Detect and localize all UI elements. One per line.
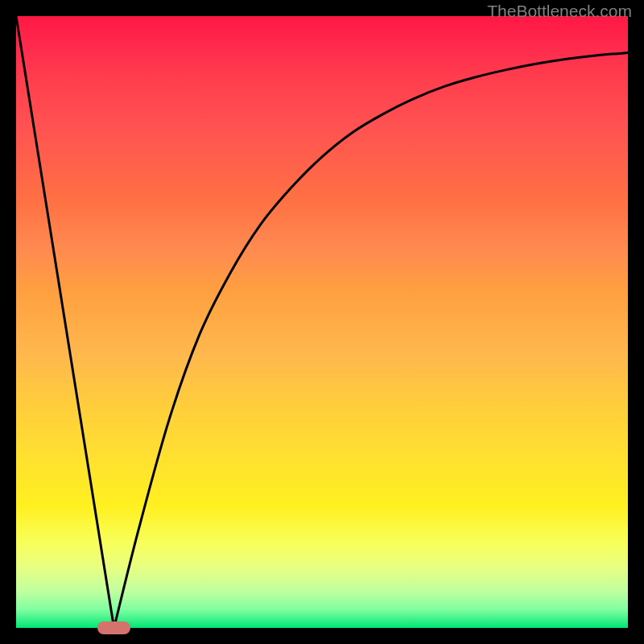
chart-curves <box>16 16 628 628</box>
watermark-text: TheBottleneck.com <box>487 2 632 21</box>
left-descending-line <box>16 16 114 628</box>
chart-container: TheBottleneck.com <box>0 0 644 644</box>
right-ascending-curve <box>114 53 628 628</box>
bottleneck-marker <box>97 621 131 635</box>
